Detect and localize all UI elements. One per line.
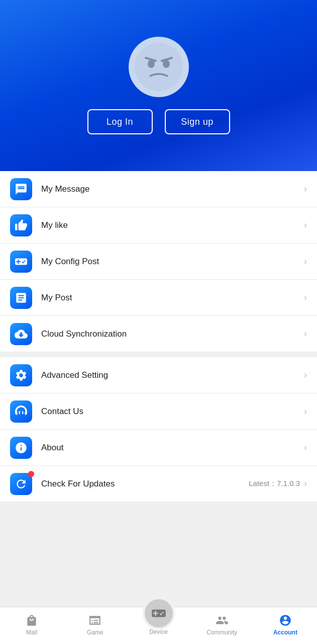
my-config-post-icon-wrap [10,251,32,273]
my-message-icon-wrap [10,178,32,200]
signup-button[interactable]: Sign up [165,109,230,134]
chevron-icon: › [304,370,307,380]
about-icon-wrap [10,437,32,459]
menu-item-my-config-post[interactable]: My Config Post › [0,244,317,280]
contact-us-icon-wrap [10,400,32,423]
account-nav-label: Account [273,629,297,636]
avatar [129,37,189,97]
game-nav-label: Game [87,629,103,636]
menu-group-1: My Message › My like › My Config Post › [0,171,317,352]
chevron-icon: › [304,478,307,489]
chevron-icon: › [304,184,307,194]
info-icon [15,441,28,454]
nav-item-mall[interactable]: Mall [0,607,63,644]
device-circle [143,597,175,629]
advanced-setting-label: Advanced Setting [41,370,304,380]
menu-separator [0,352,317,357]
my-config-post-label: My Config Post [41,257,304,267]
my-like-icon-wrap [10,214,32,236]
account-icon [279,614,292,627]
community-icon [216,614,229,627]
device-icon [151,606,166,621]
header-section: Log In Sign up [0,0,317,171]
cloud-icon [15,328,28,341]
nav-item-game[interactable]: Game [63,607,127,644]
menu-item-my-like[interactable]: My like › [0,207,317,244]
community-nav-label: Community [206,629,237,636]
like-icon [15,219,28,232]
menu-item-check-updates[interactable]: Check For Updates Latest：7.1.0.3 › [0,466,317,502]
refresh-icon [15,477,28,491]
cloud-sync-icon-wrap [10,323,32,345]
menu-item-my-post[interactable]: My Post › [0,280,317,316]
my-post-label: My Post [41,293,304,303]
nav-item-account[interactable]: Account [254,607,317,644]
bottom-nav: Mall Game Device Community Account [0,607,317,644]
chevron-icon: › [304,406,307,417]
chevron-icon: › [304,329,307,339]
version-text: Latest：7.1.0.3 [249,479,300,489]
game-icon [88,614,101,627]
login-button[interactable]: Log In [87,109,153,134]
nav-item-community[interactable]: Community [190,607,254,644]
update-badge [28,471,34,477]
svg-point-0 [135,43,183,91]
mall-nav-label: Mall [26,629,37,636]
gear-icon [15,369,28,382]
my-post-icon-wrap [10,287,32,309]
mall-icon [25,614,38,627]
check-updates-label: Check For Updates [41,479,249,489]
message-icon [15,183,28,196]
nav-item-device[interactable]: Device [127,607,190,644]
config-icon [15,255,28,268]
auth-buttons: Log In Sign up [87,109,230,134]
my-like-label: My like [41,220,304,230]
menu-group-2: Advanced Setting › Contact Us › About › [0,357,317,502]
my-message-right: › [304,184,307,194]
chevron-icon: › [304,442,307,453]
menu-item-cloud-sync[interactable]: Cloud Synchronization › [0,316,317,352]
headset-icon [15,405,28,418]
advanced-setting-icon-wrap [10,364,32,386]
chevron-icon: › [304,256,307,267]
contact-us-label: Contact Us [41,407,304,417]
my-message-label: My Message [41,184,304,194]
menu-item-my-message[interactable]: My Message › [0,171,317,207]
chevron-icon: › [304,220,307,230]
post-icon [15,291,28,304]
bottom-spacer [0,502,317,573]
check-updates-icon-wrap [10,473,32,495]
about-label: About [41,443,304,453]
menu-item-advanced-setting[interactable]: Advanced Setting › [0,357,317,393]
menu-item-contact-us[interactable]: Contact Us › [0,393,317,430]
cloud-sync-label: Cloud Synchronization [41,329,304,339]
chevron-icon: › [304,292,307,303]
avatar-icon [134,42,184,92]
menu-item-about[interactable]: About › [0,430,317,466]
